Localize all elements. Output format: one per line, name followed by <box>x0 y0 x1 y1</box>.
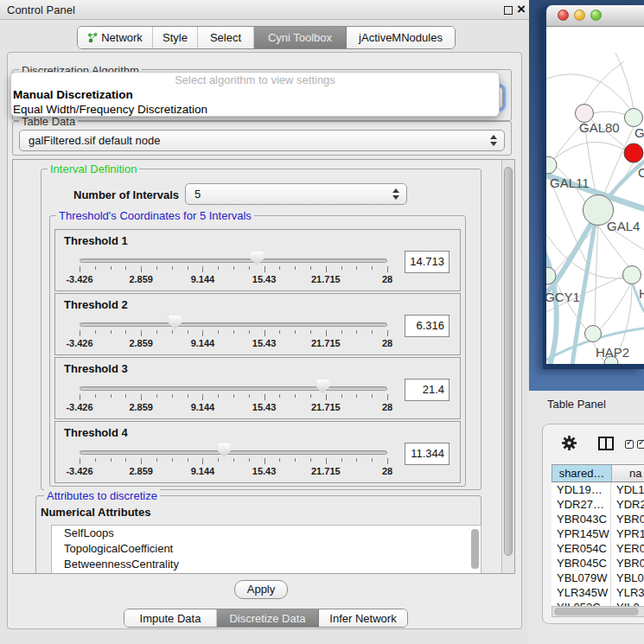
float-window-icon[interactable] <box>504 6 513 15</box>
tick-label: -3.426 <box>66 402 92 412</box>
table-cell-name[interactable]: YER0 <box>611 541 644 556</box>
minimize-traffic-light-icon[interactable] <box>574 10 585 21</box>
tick-label: 21.715 <box>311 274 341 284</box>
settings-vertical-scrollbar[interactable] <box>501 160 514 573</box>
tab-jactivemnodules[interactable]: jActiveMNodules <box>347 27 455 48</box>
close-icon[interactable]: × <box>517 1 526 18</box>
table-cell-shared-name[interactable]: YER054C <box>552 541 611 556</box>
node-label-gal80: GAL80 <box>579 120 620 135</box>
slider-track[interactable] <box>80 322 387 327</box>
table-cell-shared-name[interactable]: YBR043C <box>552 512 611 526</box>
table-row[interactable]: YPR145WYPR1 <box>552 526 644 541</box>
node-highlighted-red[interactable] <box>624 143 643 163</box>
gear-icon[interactable] <box>561 435 577 451</box>
table-cell-name[interactable]: YBR0 <box>611 556 644 571</box>
table-row[interactable]: YBR045CYBR0 <box>552 556 644 571</box>
list-scrollbar-thumb[interactable] <box>471 529 479 569</box>
table-cell-name[interactable]: YDR2 <box>611 497 644 512</box>
threshold-value-field[interactable]: 11.344 <box>405 443 450 465</box>
node-right[interactable] <box>623 266 641 284</box>
table-cell-shared-name[interactable]: YBR045C <box>552 556 611 571</box>
tick-mark <box>341 458 342 462</box>
tick-mark <box>233 330 234 334</box>
numerical-attributes-label: Numerical Attributes <box>41 506 150 519</box>
table-row[interactable]: YBL079WYBL0 <box>552 571 644 585</box>
slider-track[interactable] <box>80 258 387 263</box>
tick-mark <box>156 394 157 398</box>
tick-mark <box>387 394 388 400</box>
slider-track[interactable] <box>80 386 387 391</box>
dropdown-option-equal-width-frequency[interactable]: Equal Width/Frequency Discretization <box>11 102 499 117</box>
slider-tick-labels: -3.4262.8599.14415.4321.71528 <box>80 402 387 413</box>
table-row[interactable]: YER054CYER0 <box>552 541 644 556</box>
table-cell-shared-name[interactable]: YDL19… <box>552 482 611 497</box>
table-data-combobox[interactable]: galFiltered.sif default node <box>19 130 505 151</box>
threshold-value-field[interactable]: 6.316 <box>405 315 450 337</box>
zoom-traffic-light-icon[interactable] <box>590 10 602 21</box>
table-row[interactable]: YLR345WYLR3 <box>552 585 644 600</box>
dropdown-option-manual-discretization[interactable]: Manual Discretization <box>11 87 499 102</box>
table-row[interactable]: YBR043CYBR0 <box>552 512 644 526</box>
tick-mark <box>341 266 342 270</box>
table-cell-shared-name[interactable]: YBL079W <box>552 571 611 585</box>
threshold-value-field[interactable]: 14.713 <box>405 251 450 273</box>
table-row[interactable]: YDR27…YDR2 <box>552 497 644 512</box>
number-of-intervals-combobox[interactable]: 5 <box>185 183 407 205</box>
column-header-name[interactable]: na <box>612 465 644 481</box>
table-data-value: galFiltered.sif default node <box>29 134 160 147</box>
tick-mark <box>387 266 388 272</box>
table-cell-name[interactable]: YLR3 <box>611 585 644 600</box>
scrollbar-thumb[interactable] <box>504 167 513 556</box>
node-label-gal4: GAL4 <box>607 219 640 233</box>
tick-mark <box>279 458 280 462</box>
slider-tick-labels: -3.4262.8599.14415.4321.71528 <box>80 274 387 285</box>
attribute-list-item[interactable]: TopologicalCoefficient <box>52 541 481 557</box>
control-panel-title: Control Panel <box>7 3 75 16</box>
tick-label: -3.426 <box>66 274 92 284</box>
tab-infer-network[interactable]: Infer Network <box>319 609 407 627</box>
table-row[interactable]: YDL19…YDL1 <box>552 482 644 497</box>
table-horizontal-scrollbar[interactable] <box>552 606 644 617</box>
node-gal11[interactable] <box>546 156 557 174</box>
close-traffic-light-icon[interactable] <box>558 10 569 21</box>
threshold-value-field[interactable]: 21.4 <box>405 379 450 401</box>
tick-mark <box>372 330 373 334</box>
tick-mark <box>326 458 327 464</box>
node-hap2[interactable] <box>585 326 602 342</box>
table-cell-shared-name[interactable]: YLR345W <box>552 585 611 600</box>
tab-discretize-data[interactable]: Discretize Data <box>217 609 319 627</box>
tab-select[interactable]: Select <box>198 27 254 48</box>
tick-mark <box>310 266 311 270</box>
tick-mark <box>172 458 173 462</box>
slider-handle[interactable] <box>169 316 182 329</box>
tab-impute-data[interactable]: Impute Data <box>124 609 217 627</box>
table-cell-name[interactable]: YPR1 <box>611 526 644 541</box>
tab-style[interactable]: Style <box>153 27 198 48</box>
attribute-list-item[interactable]: SelfLoops <box>52 526 481 541</box>
node-top-right[interactable] <box>625 109 643 127</box>
control-panel-window: Control Panel × Network Style Select Cyn… <box>0 0 529 644</box>
column-header-shared-name[interactable]: shared… <box>552 465 612 481</box>
tick-mark <box>202 330 203 336</box>
slider-handle[interactable] <box>316 379 329 393</box>
table-cell-name[interactable]: YBL0 <box>611 571 644 585</box>
table-cell-shared-name[interactable]: YDR27… <box>552 497 611 512</box>
slider-handle[interactable] <box>218 443 231 457</box>
table-cell-name[interactable]: YBR0 <box>611 512 644 526</box>
table-panel-body: ✓ ✓ shared… na YDL19…YDL1YDR27…YDR2YBR04… <box>542 424 644 624</box>
scrollbar-thumb[interactable] <box>554 608 639 615</box>
table-cell-shared-name[interactable]: YPR145W <box>552 526 611 541</box>
tab-cyni-toolbox[interactable]: Cyni Toolbox <box>254 27 347 48</box>
slider-handle[interactable] <box>251 252 264 265</box>
table-cell-name[interactable]: YDL1 <box>611 482 644 497</box>
apply-button[interactable]: Apply <box>234 580 288 599</box>
checkbox-icon[interactable]: ✓ <box>637 440 644 449</box>
tick-label: 21.715 <box>311 402 341 412</box>
tab-network[interactable]: Network <box>78 27 153 48</box>
network-window-titlebar[interactable] <box>546 5 644 27</box>
slider-track[interactable] <box>80 450 387 455</box>
attribute-list-item[interactable]: BetweennessCentrality <box>52 557 481 572</box>
checkbox-icon[interactable]: ✓ <box>625 440 634 449</box>
network-canvas[interactable]: GAL80 GA C GAL11 GAL4 GCY1 H HAP2 <box>546 27 644 364</box>
split-columns-icon[interactable] <box>598 437 614 450</box>
